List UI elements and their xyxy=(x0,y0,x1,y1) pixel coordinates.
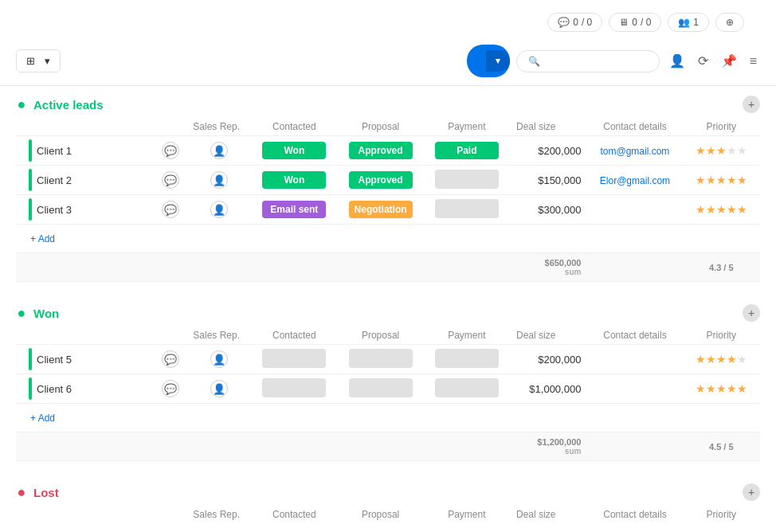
priority-cell: ★★★★★ xyxy=(682,374,760,404)
proposal-cell[interactable]: Approved xyxy=(337,136,423,166)
payment-badge[interactable]: Paid xyxy=(435,142,499,159)
client-name[interactable]: Client 2 xyxy=(37,174,72,186)
payment-cell[interactable] xyxy=(424,374,510,404)
payment-empty xyxy=(435,170,499,189)
rep-cell[interactable]: 👤 xyxy=(186,136,251,166)
invite-button[interactable]: ⊕ xyxy=(715,13,744,32)
proposal-badge[interactable]: Negotiation xyxy=(349,201,413,218)
sum-priority: 4.3 / 5 xyxy=(682,253,760,282)
rep-cell[interactable]: 👤 xyxy=(186,166,251,195)
more-options-button[interactable] xyxy=(751,19,760,25)
person-icon[interactable]: 👤 xyxy=(210,201,228,218)
contact-cell[interactable]: Elor@gmail.com xyxy=(587,166,682,195)
proposal-cell[interactable] xyxy=(337,345,423,374)
table-row: Client 2 💬 👤 Won Approved $150,000 Elor@… xyxy=(16,166,760,195)
proposal-cell[interactable]: Negotiation xyxy=(337,195,423,225)
payment-cell[interactable]: Paid xyxy=(424,136,510,166)
contacted-cell[interactable] xyxy=(251,374,337,404)
stars-display[interactable]: ★★★★★ xyxy=(696,204,747,216)
rep-cell[interactable]: 👤 xyxy=(186,374,251,404)
col-header-name xyxy=(16,327,154,345)
chat-cell[interactable]: 💬 xyxy=(154,195,186,225)
sum-empty xyxy=(16,432,510,461)
add-row[interactable]: + Add xyxy=(16,225,760,253)
group-add-btn-won[interactable]: + xyxy=(743,304,760,322)
chat-cell[interactable]: 💬 xyxy=(154,345,186,374)
proposal-badge[interactable]: Approved xyxy=(349,142,413,159)
contacted-cell[interactable]: Won xyxy=(251,136,337,166)
person-icon[interactable]: 👤 xyxy=(210,350,228,368)
person-icon[interactable]: 👤 xyxy=(210,171,228,189)
col-header-priority: Priority xyxy=(682,118,760,136)
stars-display[interactable]: ★★★★★ xyxy=(696,354,747,366)
contact-email[interactable]: Elor@gmail.com xyxy=(600,175,670,186)
payment-cell[interactable] xyxy=(424,345,510,374)
payment-cell[interactable] xyxy=(424,166,510,195)
col-header-contacted: Contacted xyxy=(251,118,337,136)
contacted-cell[interactable]: Email sent xyxy=(251,195,337,225)
search-input[interactable]: 🔍 xyxy=(516,50,660,72)
activity-icon: 🖥 xyxy=(619,17,629,28)
contacted-badge[interactable]: Won xyxy=(262,142,326,159)
chat-icon[interactable]: 💬 xyxy=(162,380,179,397)
client-name[interactable]: Client 6 xyxy=(37,383,72,395)
comment-icon: 💬 xyxy=(558,17,570,28)
chat-icon[interactable]: 💬 xyxy=(162,201,179,218)
rep-cell[interactable]: 👤 xyxy=(186,195,251,225)
contacted-cell[interactable] xyxy=(251,345,337,374)
chat-icon[interactable]: 💬 xyxy=(162,171,179,189)
chat-icon[interactable]: 💬 xyxy=(162,350,179,368)
contact-cell[interactable]: tom@gmail.com xyxy=(587,136,682,166)
chat-cell[interactable]: 💬 xyxy=(154,136,186,166)
proposal-badge[interactable]: Approved xyxy=(349,171,413,189)
client-name-cell: Client 5 xyxy=(16,345,154,374)
contacted-badge[interactable]: Email sent xyxy=(262,201,326,218)
payment-cell[interactable] xyxy=(424,195,510,225)
add-label[interactable]: + Add xyxy=(16,404,186,432)
group-add-btn-lost[interactable]: + xyxy=(743,483,760,501)
contact-cell[interactable] xyxy=(587,195,682,225)
table-row: Client 6 💬 👤 $1,000,000 ★ xyxy=(16,374,760,404)
stars-display[interactable]: ★★★★★ xyxy=(696,383,747,395)
group-add-btn-active_leads[interactable]: + xyxy=(743,96,760,113)
group-indicator-won: ● xyxy=(16,307,27,319)
activity-count: 0 xyxy=(632,17,637,28)
main-table-button[interactable]: ⊞ ▾ xyxy=(16,49,61,72)
table-wrapper-won: Sales Rep. Contacted Proposal Payment De… xyxy=(0,327,776,461)
user-icon[interactable]: 👤 xyxy=(666,50,688,72)
chat-cell[interactable]: 💬 xyxy=(154,374,186,404)
client-name[interactable]: Client 1 xyxy=(37,145,72,157)
col-header-contact: Contact details xyxy=(587,118,682,136)
chat-cell[interactable]: 💬 xyxy=(154,166,186,195)
rep-cell[interactable]: 👤 xyxy=(186,345,251,374)
chat-icon[interactable]: 💬 xyxy=(162,142,179,159)
stars-display[interactable]: ★★★★★ xyxy=(696,145,747,157)
contacted-badge[interactable]: Won xyxy=(262,171,326,189)
activity-button[interactable]: 🖥 0 / 0 xyxy=(609,13,661,32)
contacted-cell[interactable]: Won xyxy=(251,166,337,195)
contact-email[interactable]: tom@gmail.com xyxy=(601,146,670,157)
add-label[interactable]: + Add xyxy=(16,225,186,253)
table-wrapper-active_leads: Sales Rep. Contacted Proposal Payment De… xyxy=(0,118,776,282)
payment-empty xyxy=(435,378,499,397)
proposal-cell[interactable]: Approved xyxy=(337,166,423,195)
client-name[interactable]: Client 3 xyxy=(37,204,72,216)
new-item-dropdown-arrow[interactable]: ▾ xyxy=(486,50,510,72)
add-row[interactable]: + Add xyxy=(16,404,760,432)
filter-icon[interactable]: ≡ xyxy=(747,51,760,72)
stars-display[interactable]: ★★★★★ xyxy=(696,174,747,186)
members-button[interactable]: 👥 1 xyxy=(668,13,709,32)
proposal-cell[interactable] xyxy=(337,374,423,404)
client-name[interactable]: Client 5 xyxy=(37,354,72,366)
person-icon[interactable]: 👤 xyxy=(210,142,228,159)
contact-cell[interactable] xyxy=(587,345,682,374)
comments-button[interactable]: 💬 0 / 0 xyxy=(547,13,602,32)
new-item-button[interactable]: ▾ xyxy=(467,45,510,77)
contact-cell[interactable] xyxy=(587,374,682,404)
payment-empty xyxy=(435,349,499,368)
person-icon[interactable]: 👤 xyxy=(210,380,228,397)
refresh-icon[interactable]: ⟳ xyxy=(695,50,711,72)
sum-label: sum xyxy=(516,447,581,456)
proposal-empty xyxy=(349,378,413,397)
pin-icon[interactable]: 📌 xyxy=(718,50,740,72)
